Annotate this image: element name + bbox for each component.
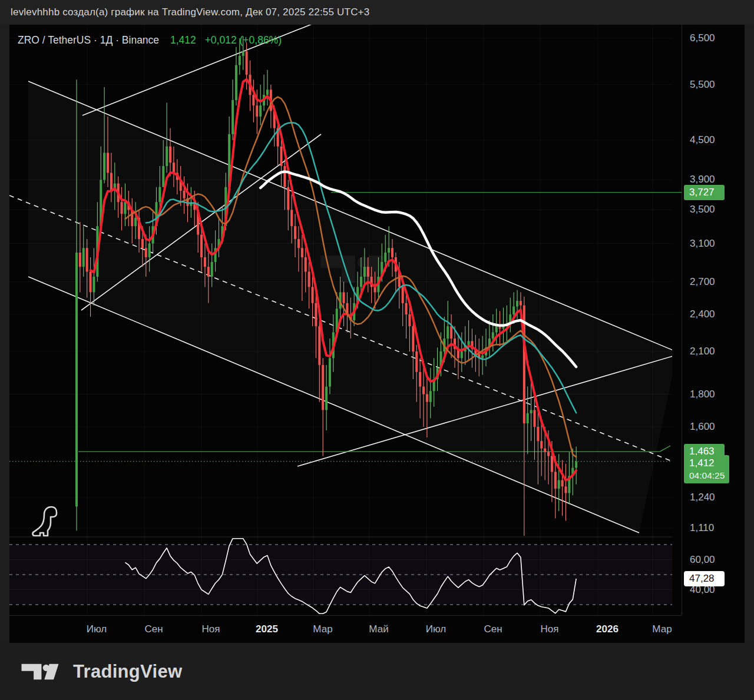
time-axis[interactable]: ИюлСенНоя2025МарМайИюлСенНоя2026Мар xyxy=(9,615,682,643)
price-tick-label: 4,500 xyxy=(690,134,715,146)
time-tick-label-Июл: Июл xyxy=(87,623,107,635)
time-tick-label-Ноя: Ноя xyxy=(541,623,559,635)
time-tick-label-Сен: Сен xyxy=(144,623,163,635)
current-price-value: 1,412 xyxy=(689,457,715,469)
rsi-value-badge: 47,28 xyxy=(684,571,725,586)
price-tick-label: 1,800 xyxy=(690,389,715,400)
last-price: 1,412 xyxy=(170,34,196,46)
time-tick-label-2026: 2026 xyxy=(596,623,619,635)
symbol-title[interactable]: ZRO / TetherUS · 1Д · Binance xyxy=(18,34,159,46)
price-axis[interactable]: 3,727 1,463 1,412 04:04:25 47,28 6,5005,… xyxy=(682,25,745,615)
footer-bar: TradingView xyxy=(0,643,754,700)
price-change: +0,012 (+0,86%) xyxy=(205,34,282,46)
price-tick-label: 3,100 xyxy=(690,238,715,250)
price-tick-label: 1,110 xyxy=(690,522,714,534)
time-tick-label-Ноя: Ноя xyxy=(202,623,220,635)
price-tick-label: 2,700 xyxy=(690,276,715,288)
time-tick-label-Мар: Мар xyxy=(313,623,332,635)
time-tick-label-Июл: Июл xyxy=(426,623,447,635)
price-tick-label: 1,600 xyxy=(690,421,715,433)
chart-widget[interactable]: ZRO / TetherUS · 1Д · Binance 1,412 +0,0… xyxy=(9,25,745,643)
symbol-legend: ZRO / TetherUS · 1Д · Binance 1,412 +0,0… xyxy=(18,34,282,47)
price-tick-label: 2,400 xyxy=(690,308,715,320)
current-price-badge: 1,412 04:04:25 xyxy=(684,455,729,483)
tradingview-snapshot-page: levlevhhhb создал(а) график на TradingVi… xyxy=(0,0,754,700)
time-tick-label-2025: 2025 xyxy=(256,623,278,635)
time-tick-label-Мар: Мар xyxy=(652,623,672,635)
price-tick-label: 3,500 xyxy=(690,204,715,215)
rsi-tick-label: 60,00 xyxy=(690,554,715,566)
bar-countdown: 04:04:25 xyxy=(689,469,725,482)
chart-canvas[interactable] xyxy=(9,25,745,643)
price-tick-label: 6,500 xyxy=(690,32,715,44)
attribution-text: levlevhhhb создал(а) график на TradingVi… xyxy=(11,6,369,18)
attribution-bar: levlevhhhb создал(а) график на TradingVi… xyxy=(0,0,754,25)
time-tick-label-Май: Май xyxy=(369,623,388,635)
price-tick-label: 2,100 xyxy=(690,346,715,357)
tradingview-brand-text[interactable]: TradingView xyxy=(73,661,182,682)
price-tick-label: 5,500 xyxy=(690,79,715,91)
level-badge-3727: 3,727 xyxy=(684,185,725,200)
price-tick-label: 3,900 xyxy=(690,174,715,185)
tradingview-logo-icon[interactable] xyxy=(13,658,67,685)
price-tick-label: 1,240 xyxy=(690,492,715,503)
time-tick-label-Сен: Сен xyxy=(484,623,502,635)
